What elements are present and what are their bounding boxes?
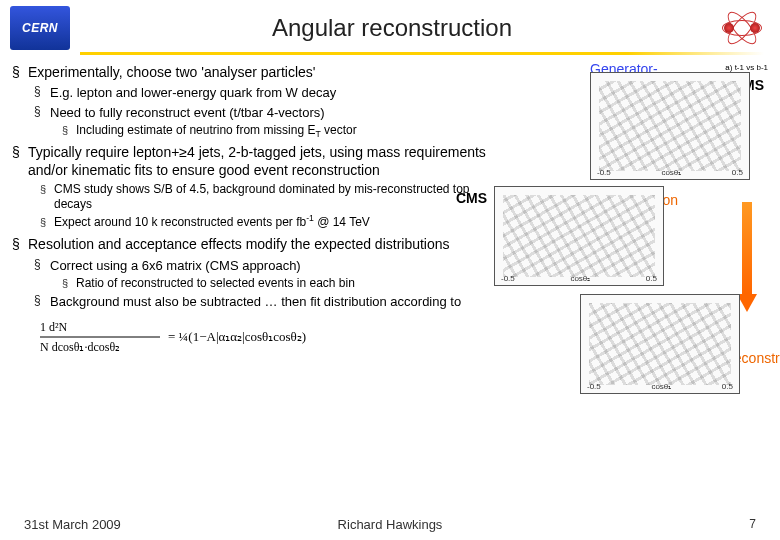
- bullet-1-2: Need to fully reconstruct event (t/tbar …: [28, 104, 490, 139]
- ax-low: -0.5: [597, 168, 611, 177]
- formula-num: 1 d²N: [40, 320, 68, 334]
- plot-3d-generator: -0.5cosθ₁0.5: [590, 72, 750, 180]
- ax-lbl1: cosθ₁: [661, 168, 681, 177]
- slide-body: Experimentally, choose two 'analyser par…: [0, 55, 780, 400]
- atom-emblem-icon: [714, 6, 770, 50]
- bullet-3-2: Background must also be subtracted … the…: [28, 293, 490, 310]
- ax-high: 0.5: [732, 168, 743, 177]
- b121-pre: Including estimate of neutrino from miss…: [76, 123, 315, 137]
- plot-3-wrap: CMS Reconstructed -0.5cosθ₁0.5: [580, 294, 778, 394]
- ax2-low: -0.5: [501, 274, 515, 283]
- footer-page: 7: [512, 517, 756, 532]
- bullet-2-text: Typically require lepton+≥4 jets, 2-b-ta…: [28, 144, 486, 178]
- formula-den: N dcosθ₁·dcosθ₂: [40, 340, 120, 354]
- bullet-3-1-1: Ratio of reconstructed to selected event…: [50, 276, 490, 292]
- plot-3d-reconstructed: -0.5cosθ₁0.5: [580, 294, 740, 394]
- footer-date: 31st March 2009: [24, 517, 268, 532]
- bullet-3-1-text: Correct using a 6x6 matrix (CMS approach…: [50, 258, 301, 273]
- ax3-high: 0.5: [722, 382, 733, 391]
- formula-rhs: = ¼(1−A|α₁α₂|cosθ₁cosθ₂): [168, 329, 306, 344]
- ax3-low: -0.5: [587, 382, 601, 391]
- plot-3d-resolution: -0.5cosθ₂0.5: [494, 186, 664, 286]
- plot-2-wrap: CMS Resolution -0.5cosθ₂0.5: [494, 186, 664, 292]
- b22-post: @ 14 TeV: [314, 215, 370, 229]
- slide-title: Angular reconstruction: [70, 14, 714, 42]
- b121-post: vector: [321, 123, 357, 137]
- b22-sup: -1: [306, 213, 314, 223]
- formula-svg: 1 d²N N dcosθ₁·dcosθ₂ = ¼(1−A|α₁α₂|cosθ₁…: [40, 317, 370, 357]
- plot-1-wrap: Generator-level CMS a) t-1 vs b-1 -0.5co…: [590, 63, 778, 180]
- bullet-2-2: Expect around 10 k reconstructed events …: [28, 215, 490, 231]
- bullet-2-1: CMS study shows S/B of 4.5, background d…: [28, 182, 490, 214]
- b22-pre: Expect around 10 k reconstructed events …: [54, 215, 306, 229]
- bullet-1-text: Experimentally, choose two 'analyser par…: [28, 64, 316, 80]
- ax3-lbl: cosθ₁: [651, 382, 671, 391]
- bullet-3: Resolution and acceptance effects modify…: [10, 235, 490, 311]
- slide-header: CERN Angular reconstruction: [0, 0, 780, 52]
- slide-footer: 31st March 2009 Richard Hawkings 7: [0, 517, 780, 532]
- plot-2-row: CMS Resolution -0.5cosθ₂0.5: [490, 186, 778, 292]
- cern-logo: CERN: [10, 6, 70, 50]
- formula-block: 1 d²N N dcosθ₁·dcosθ₂ = ¼(1−A|α₁α₂|cosθ₁…: [40, 317, 490, 357]
- ax2-lbl: cosθ₂: [570, 274, 590, 283]
- ax2-high: 0.5: [646, 274, 657, 283]
- footer-author: Richard Hawkings: [268, 517, 512, 532]
- cms-label-2: CMS: [456, 190, 487, 206]
- bullet-1: Experimentally, choose two 'analyser par…: [10, 63, 490, 139]
- cern-logo-text: CERN: [22, 21, 58, 35]
- figure-column: Generator-level CMS a) t-1 vs b-1 -0.5co…: [490, 63, 778, 400]
- bullet-3-1: Correct using a 6x6 matrix (CMS approach…: [28, 257, 490, 292]
- bullet-column: Experimentally, choose two 'analyser par…: [10, 63, 490, 400]
- bullet-1-2-text: Need to fully reconstruct event (t/tbar …: [50, 105, 325, 120]
- bullet-1-2-1: Including estimate of neutrino from miss…: [50, 123, 490, 139]
- bullet-3-text: Resolution and acceptance effects modify…: [28, 236, 450, 252]
- bullet-1-1: E.g. lepton and lower-energy quark from …: [28, 84, 490, 101]
- bullet-2: Typically require lepton+≥4 jets, 2-b-ta…: [10, 143, 490, 231]
